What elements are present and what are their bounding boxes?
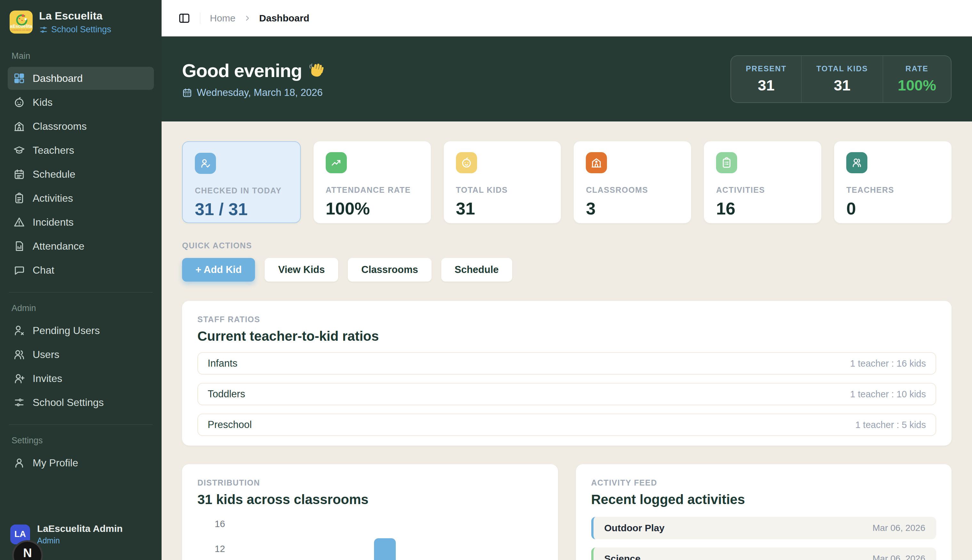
hero-stat-label: PRESENT <box>746 64 786 73</box>
distribution-title: 31 kids across classrooms <box>197 492 543 507</box>
school-name: La Escuelita <box>39 10 111 22</box>
wave-hand-icon <box>308 62 326 79</box>
hero-stat-value: 31 <box>746 77 786 94</box>
sidebar-item-classrooms[interactable]: Classrooms <box>8 115 154 138</box>
school-logo: aEscuelita CUIDAMOS CON AMOR <box>10 10 33 33</box>
ratio-value: 1 teacher : 16 kids <box>850 358 926 369</box>
sidebar-item-dashboard[interactable]: Dashboard <box>8 67 154 90</box>
school-settings-link[interactable]: School Settings <box>39 25 111 35</box>
chat-bubble-icon <box>13 264 25 276</box>
view-kids-button[interactable]: View Kids <box>264 258 338 282</box>
distribution-bar-chart: 16 12 <box>197 519 543 560</box>
user-icon <box>13 457 25 468</box>
hero-stat-value: 31 <box>816 77 868 94</box>
sidebar-item-kids[interactable]: Kids <box>8 91 154 114</box>
hero-stat-present: PRESENT 31 <box>731 56 801 102</box>
sidebar-item-label: Activities <box>33 192 73 204</box>
stat-card-checked-in[interactable]: CHECKED IN TODAY 31 / 31 <box>182 141 301 223</box>
trending-up-icon <box>331 157 342 168</box>
classroom-bar[interactable] <box>374 538 396 560</box>
activity-feed-item[interactable]: Science Mar 06, 2026 <box>591 548 937 560</box>
activity-feed-title: Recent logged activities <box>591 492 937 507</box>
ratio-name: Preschool <box>207 419 252 430</box>
sidebar-toggle-icon[interactable] <box>178 12 191 24</box>
quick-actions-row: + Add Kid View Kids Classrooms Schedule <box>182 258 952 282</box>
stat-card-label: CLASSROOMS <box>586 185 679 195</box>
alert-triangle-icon <box>13 217 25 228</box>
sidebar-item-label: Kids <box>33 97 52 108</box>
sidebar-item-my-profile[interactable]: My Profile <box>8 451 154 474</box>
sidebar-item-attendance[interactable]: Attendance <box>8 235 154 258</box>
sidebar-section-settings: Settings <box>12 436 150 445</box>
ratio-value: 1 teacher : 5 kids <box>855 420 926 430</box>
main-area: Home Dashboard Good evening <box>162 0 972 560</box>
users-icon <box>13 349 25 360</box>
staff-ratios-title: Current teacher-to-kid ratios <box>197 328 936 344</box>
user-x-icon <box>13 325 25 336</box>
user-check-icon <box>200 158 211 169</box>
ratio-row-preschool: Preschool 1 teacher : 5 kids <box>197 413 936 436</box>
sidebar-item-label: Dashboard <box>33 73 83 84</box>
activity-feed-panel: ACTIVITY FEED Recent logged activities O… <box>576 464 952 560</box>
stat-card-value: 31 / 31 <box>195 199 288 219</box>
sidebar-item-invites[interactable]: Invites <box>8 367 154 390</box>
sidebar-item-school-settings[interactable]: School Settings <box>8 391 154 414</box>
baby-face-icon <box>461 157 472 168</box>
breadcrumb-home[interactable]: Home <box>210 13 236 23</box>
stat-card-label: CHECKED IN TODAY <box>195 186 288 195</box>
hero-stat-rate: RATE 100% <box>883 56 951 102</box>
sidebar-item-chat[interactable]: Chat <box>8 258 154 282</box>
sidebar-item-label: Chat <box>33 264 54 276</box>
stat-card-activities[interactable]: ACTIVITIES 16 <box>704 141 821 223</box>
sidebar-item-label: Schedule <box>33 168 75 180</box>
stat-card-label: ATTENDANCE RATE <box>326 185 419 195</box>
stat-card-label: TOTAL KIDS <box>456 185 549 195</box>
ratio-name: Infants <box>207 358 238 369</box>
hero-stats-box: PRESENT 31 TOTAL KIDS 31 RATE 100% <box>730 55 952 103</box>
hero-date-text: Wednesday, March 18, 2026 <box>197 87 323 98</box>
hero-stat-label: TOTAL KIDS <box>816 64 868 73</box>
stat-card-total-kids[interactable]: TOTAL KIDS 31 <box>444 141 561 223</box>
stat-card-classrooms[interactable]: CLASSROOMS 3 <box>574 141 691 223</box>
sidebar-item-incidents[interactable]: Incidents <box>8 211 154 233</box>
user-role: Admin <box>37 536 122 545</box>
distribution-panel: DISTRIBUTION 31 kids across classrooms 1… <box>182 464 558 560</box>
svg-text:aEscuelita: aEscuelita <box>10 23 32 29</box>
stat-card-attendance-rate[interactable]: ATTENDANCE RATE 100% <box>314 141 431 223</box>
sidebar-item-users[interactable]: Users <box>8 343 154 366</box>
sidebar-header: aEscuelita CUIDAMOS CON AMOR La Escuelit… <box>8 10 154 35</box>
add-kid-button[interactable]: + Add Kid <box>182 258 255 282</box>
ratio-row-infants: Infants 1 teacher : 16 kids <box>197 352 936 375</box>
clipboard-icon <box>13 192 25 204</box>
sidebar-item-teachers[interactable]: Teachers <box>8 139 154 162</box>
staff-ratios-eyebrow: STAFF RATIOS <box>197 315 936 324</box>
sidebar-item-schedule[interactable]: Schedule <box>8 163 154 186</box>
sidebar-item-activities[interactable]: Activities <box>8 187 154 210</box>
user-plus-icon <box>13 373 25 384</box>
sidebar-item-pending-users[interactable]: Pending Users <box>8 319 154 342</box>
sidebar-item-label: Incidents <box>33 217 74 228</box>
topbar: Home Dashboard <box>162 0 972 37</box>
breadcrumb-current: Dashboard <box>259 13 310 23</box>
sidebar-item-label: Teachers <box>33 145 74 156</box>
stat-card-teachers[interactable]: TEACHERS 0 <box>834 141 952 223</box>
clipboard-icon <box>721 157 732 168</box>
activity-date: Mar 06, 2026 <box>873 523 925 533</box>
chevron-right-icon <box>244 15 251 22</box>
stat-card-label: ACTIVITIES <box>716 185 809 195</box>
stat-card-value: 16 <box>716 198 809 218</box>
ratio-row-toddlers: Toddlers 1 teacher : 10 kids <box>197 383 936 405</box>
sidebar-item-label: School Settings <box>33 397 104 408</box>
schedule-button[interactable]: Schedule <box>441 258 512 282</box>
distribution-eyebrow: DISTRIBUTION <box>197 478 543 487</box>
school-settings-link-label: School Settings <box>51 25 111 35</box>
ratio-value: 1 teacher : 10 kids <box>850 389 926 400</box>
activity-feed-item[interactable]: Outdoor Play Mar 06, 2026 <box>591 517 937 539</box>
graduation-cap-icon <box>13 145 25 156</box>
hero-banner: Good evening <box>162 37 972 122</box>
calendar-icon <box>182 88 192 98</box>
sidebar-item-label: My Profile <box>33 457 78 469</box>
topbar-divider <box>200 12 200 24</box>
stat-card-value: 31 <box>456 198 549 218</box>
classrooms-button[interactable]: Classrooms <box>348 258 431 282</box>
